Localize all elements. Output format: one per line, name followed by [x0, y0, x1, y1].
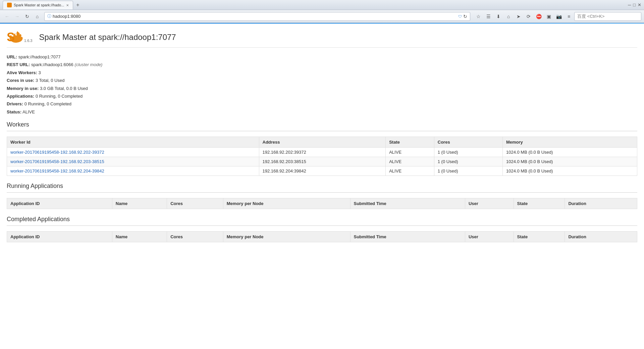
worker-state-cell: ALIVE: [386, 148, 434, 157]
worker-state-cell: ALIVE: [386, 166, 434, 176]
url-value: spark://hadoop1:7077: [18, 54, 61, 59]
workers-table: Worker Id Address State Cores Memory wor…: [7, 137, 637, 176]
cores-label: Cores in use:: [7, 78, 34, 83]
completed-apps-header: Application ID Name Cores Memory per Nod…: [7, 232, 637, 242]
forward-button[interactable]: →: [13, 12, 21, 21]
worker-address-cell: 192.168.92.203:38515: [259, 157, 386, 166]
col-user2: User: [465, 232, 514, 242]
worker-link[interactable]: worker-20170619195458-192.168.92.202-393…: [10, 150, 104, 155]
menu-icon[interactable]: ≡: [565, 12, 573, 20]
download-icon[interactable]: ⬇: [494, 12, 502, 20]
address-input[interactable]: [53, 14, 458, 19]
col-name: Name: [112, 198, 167, 209]
page-info-icon: ⓘ: [47, 13, 51, 19]
bookmark-star-icon[interactable]: ☆: [474, 12, 482, 20]
memory-value: 3.0 GB Total, 0.0 B Used: [40, 86, 88, 91]
info-url: URL: spark://hadoop1:7077: [7, 53, 637, 61]
toolbar-icons: ☆ ☰ ⬇ ⌂ ➤ ⟳ ⛔ ▣ 📷 ≡: [474, 12, 573, 20]
workers-header-row: Worker Id Address State Cores Memory: [7, 137, 637, 148]
col-submitted-time2: Submitted Time: [350, 232, 465, 242]
sync-icon[interactable]: ⟳: [525, 12, 533, 20]
page-title: Spark Master at spark://hadoop1:7077: [39, 33, 176, 42]
worker-memory-cell: 1024.0 MB (0.0 B Used): [502, 166, 637, 176]
info-rest-url: REST URL: spark://hadoop1:6066 (cluster …: [7, 61, 637, 68]
rest-url-mode: (cluster mode): [74, 62, 102, 67]
worker-state-cell: ALIVE: [386, 157, 434, 166]
workers-divider: [7, 131, 637, 131]
col-state: State: [386, 137, 434, 148]
refresh-icon[interactable]: ↻: [463, 14, 467, 19]
close-window-button[interactable]: ✕: [638, 2, 641, 7]
info-alive-workers: Alive Workers: 3: [7, 69, 637, 77]
table-row: worker-20170619195458-192.168.92.204-398…: [7, 166, 637, 176]
browser-tab-active[interactable]: Spark Master at spark://hado... ×: [3, 1, 73, 9]
running-apps-header-row: Application ID Name Cores Memory per Nod…: [7, 198, 637, 209]
applications-value: 0 Running, 0 Completed: [36, 94, 83, 99]
col-duration2: Duration: [565, 232, 637, 242]
new-tab-button[interactable]: +: [73, 1, 83, 9]
search-input[interactable]: [577, 14, 638, 19]
forward-icon2[interactable]: ➤: [515, 12, 523, 20]
info-memory: Memory in use: 3.0 GB Total, 0.0 B Used: [7, 85, 637, 92]
rest-url-label: REST URL:: [7, 62, 30, 67]
col-state: State: [514, 198, 565, 209]
drivers-label: Drivers:: [7, 101, 23, 106]
stop-icon[interactable]: ⛔: [535, 12, 543, 20]
worker-cores-cell: 1 (0 Used): [434, 166, 502, 176]
status-value: ALIVE: [22, 109, 35, 114]
tab-favicon: [7, 3, 12, 7]
worker-id-cell: worker-20170619195458-192.168.92.203-385…: [7, 157, 259, 166]
minimize-button[interactable]: ─: [628, 2, 631, 7]
applications-label: Applications:: [7, 94, 34, 99]
page-header: S 1.6.3 Spark Master at spark://hadoop1:…: [7, 31, 637, 48]
running-apps-header: Application ID Name Cores Memory per Nod…: [7, 198, 637, 209]
col-memory-per-node2: Memory per Node: [223, 232, 350, 242]
col-app-id: Application ID: [7, 198, 112, 209]
tab-title: Spark Master at spark://hado...: [14, 3, 64, 7]
running-apps-section-title: Running Applications: [7, 183, 637, 190]
home-icon2[interactable]: ⌂: [504, 12, 513, 20]
col-cores: Cores: [167, 198, 223, 209]
col-name2: Name: [112, 232, 167, 242]
maximize-button[interactable]: □: [633, 2, 636, 7]
col-cores2: Cores: [167, 232, 223, 242]
screenshot-icon[interactable]: 📷: [555, 12, 563, 20]
search-bar[interactable]: [574, 12, 641, 21]
info-applications: Applications: 0 Running, 0 Completed: [7, 92, 637, 100]
col-app-id2: Application ID: [7, 232, 112, 242]
browser-toolbar: ← → ↻ ⌂ ⓘ 🛡 ↻ ☆ ☰ ⬇ ⌂ ➤ ⟳ ⛔ ▣ 📷 ≡: [0, 10, 644, 23]
worker-cores-cell: 1 (0 Used): [434, 157, 502, 166]
bookmark-list-icon[interactable]: ☰: [484, 12, 492, 20]
cores-value: 3 Total, 0 Used: [36, 78, 64, 83]
col-memory-per-node: Memory per Node: [223, 198, 350, 209]
col-cores: Cores: [434, 137, 502, 148]
spark-logo: S 1.6.3: [7, 31, 32, 44]
workers-table-header: Worker Id Address State Cores Memory: [7, 137, 637, 148]
completed-apps-section-title: Completed Applications: [7, 216, 637, 223]
table-row: worker-20170619195458-192.168.92.203-385…: [7, 157, 637, 166]
info-status: Status: ALIVE: [7, 108, 637, 116]
col-memory: Memory: [502, 137, 637, 148]
col-worker-id: Worker Id: [7, 137, 259, 148]
tab-close-button[interactable]: ×: [66, 3, 69, 8]
alive-workers-value: 3: [38, 70, 41, 75]
status-label: Status:: [7, 109, 21, 114]
worker-link[interactable]: worker-20170619195458-192.168.92.203-385…: [10, 159, 104, 164]
col-user: User: [465, 198, 514, 209]
home-button[interactable]: ⌂: [33, 12, 42, 21]
running-apps-table: Application ID Name Cores Memory per Nod…: [7, 198, 637, 209]
workers-section-title: Workers: [7, 121, 637, 128]
worker-cores-cell: 1 (0 Used): [434, 148, 502, 157]
info-drivers: Drivers: 0 Running, 0 Completed: [7, 100, 637, 108]
sidebar-icon[interactable]: ▣: [545, 12, 553, 20]
reload-button[interactable]: ↻: [23, 12, 32, 21]
page-content: S 1.6.3 Spark Master at spark://hadoop1:…: [0, 24, 644, 349]
info-cores: Cores in use: 3 Total, 0 Used: [7, 77, 637, 84]
running-apps-divider: [7, 192, 637, 193]
url-label: URL:: [7, 54, 17, 59]
back-button[interactable]: ←: [3, 12, 11, 21]
spark-flame-icon: S: [7, 31, 23, 44]
completed-apps-header-row: Application ID Name Cores Memory per Nod…: [7, 232, 637, 242]
worker-link[interactable]: worker-20170619195458-192.168.92.204-398…: [10, 168, 104, 173]
address-bar[interactable]: ⓘ 🛡 ↻: [44, 12, 470, 21]
